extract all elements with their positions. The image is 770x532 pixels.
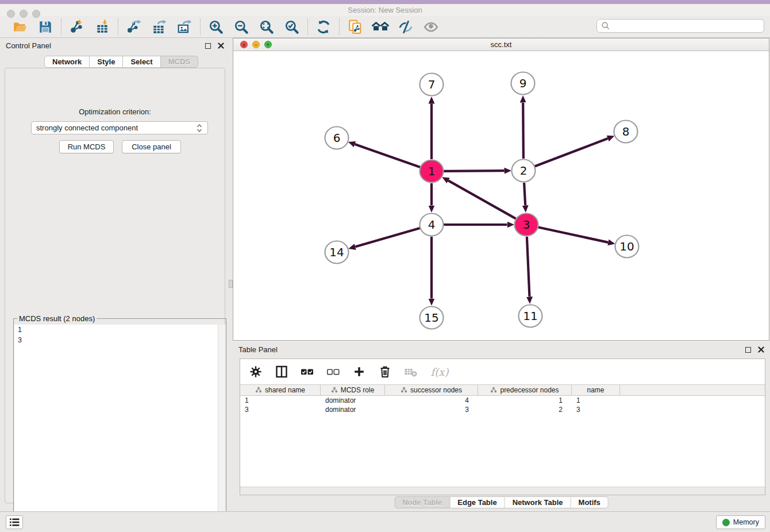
graph-node-3[interactable]: 3 — [515, 214, 538, 236]
svg-text:9: 9 — [519, 76, 527, 90]
tab-select[interactable]: Select — [123, 56, 160, 68]
show-details-icon[interactable] — [422, 18, 440, 36]
float-table-panel-icon[interactable] — [745, 347, 751, 353]
import-table-icon[interactable] — [94, 18, 111, 36]
save-session-icon[interactable] — [37, 18, 54, 36]
export-image-icon[interactable] — [176, 18, 193, 36]
column-header-MCDS-role[interactable]: MCDS role — [321, 385, 385, 395]
column-header-name[interactable]: name — [572, 385, 620, 395]
delete-row-icon[interactable] — [378, 364, 392, 379]
column-header-successor-nodes[interactable]: successor nodes — [385, 385, 478, 395]
deselect-all-icon[interactable] — [326, 364, 341, 379]
zoom-selected-icon[interactable] — [283, 18, 301, 36]
edge-3-11[interactable] — [527, 237, 530, 297]
network-minimize-icon[interactable]: − — [252, 41, 260, 48]
close-table-panel-icon[interactable] — [758, 346, 764, 353]
table-row[interactable]: 3dominator323 — [240, 405, 765, 414]
zoom-in-icon[interactable] — [207, 18, 225, 36]
task-history-button[interactable] — [6, 515, 23, 529]
edge-1-2[interactable] — [444, 171, 505, 171]
table-cell[interactable]: dominator — [321, 406, 385, 414]
graph-node-1[interactable]: 1 — [420, 160, 444, 183]
table-cell[interactable]: 3 — [240, 406, 321, 414]
edge-1-6[interactable] — [355, 144, 421, 167]
edge-2-8[interactable] — [535, 138, 608, 167]
edge-3-10[interactable] — [538, 228, 609, 242]
graph-node-7[interactable]: 7 — [420, 74, 444, 96]
svg-text:4: 4 — [428, 218, 436, 232]
duplicate-network-icon[interactable] — [346, 18, 364, 36]
graph-node-11[interactable]: 11 — [519, 305, 542, 327]
export-network-icon[interactable] — [125, 18, 143, 36]
column-header-predecessor-nodes[interactable]: predecessor nodes — [478, 385, 572, 395]
table-cell[interactable]: 2 — [478, 406, 572, 414]
tab-node-table[interactable]: Node Table — [394, 496, 450, 508]
gear-icon[interactable] — [248, 364, 263, 379]
table-cell[interactable]: 1 — [572, 396, 620, 404]
table-cell[interactable]: dominator — [321, 396, 385, 404]
svg-text:1: 1 — [428, 164, 436, 178]
criterion-dropdown[interactable]: strongly connected component — [31, 121, 208, 134]
control-panel-header: Control Panel — [0, 38, 230, 53]
table-hscrollbar[interactable] — [240, 487, 765, 495]
tab-network[interactable]: Network — [44, 56, 90, 68]
tab-edge-table[interactable]: Edge Table — [450, 496, 505, 508]
import-network-icon[interactable] — [68, 18, 86, 36]
tab-network-table[interactable]: Network Table — [505, 496, 571, 508]
table-cell[interactable]: 1 — [478, 396, 572, 404]
network-window-titlebar[interactable]: x − + scc.txt — [233, 38, 769, 51]
tab-mcds[interactable]: MCDS — [161, 56, 198, 68]
float-panel-icon[interactable] — [205, 43, 211, 49]
zoom-fit-icon[interactable] — [258, 18, 275, 36]
vertical-splitter-grip[interactable] — [229, 280, 233, 288]
table-panel-title: Table Panel — [238, 345, 745, 354]
search-input[interactable] — [596, 19, 764, 33]
columns-icon[interactable] — [274, 364, 289, 379]
graph-node-14[interactable]: 14 — [325, 241, 349, 264]
table-row[interactable]: 1dominator411 — [240, 396, 765, 405]
graph-node-15[interactable]: 15 — [420, 307, 444, 329]
table-cell[interactable]: 4 — [385, 396, 478, 404]
control-panel-tabs: NetworkStyleSelectMCDS — [44, 56, 198, 68]
export-table-icon[interactable] — [151, 18, 168, 36]
graph-node-10[interactable]: 10 — [615, 236, 639, 258]
network-close-icon[interactable]: x — [240, 41, 248, 48]
table-cell[interactable]: 1 — [240, 396, 321, 404]
edge-2-9[interactable] — [523, 103, 523, 159]
mcds-result-textarea[interactable]: 13 — [14, 325, 225, 528]
edge-3-1[interactable] — [448, 180, 516, 218]
edge-4-14[interactable] — [355, 228, 420, 247]
run-mcds-button[interactable]: Run MCDS — [59, 140, 114, 153]
table-cell[interactable]: 3 — [572, 406, 620, 414]
graph-node-4[interactable]: 4 — [420, 214, 444, 236]
home-icon[interactable] — [372, 18, 389, 36]
tab-motifs[interactable]: Motifs — [571, 496, 609, 508]
graph-node-6[interactable]: 6 — [325, 127, 349, 149]
application-window: Session: New Session Control Panel Netwo… — [0, 0, 770, 532]
tab-style[interactable]: Style — [90, 56, 123, 68]
open-session-icon[interactable] — [11, 18, 29, 36]
column-type-icon — [331, 387, 338, 394]
close-panel-label: Close panel — [132, 142, 171, 151]
graph-node-2[interactable]: 2 — [512, 160, 536, 182]
close-panel-button[interactable]: Close panel — [122, 140, 181, 153]
graph-node-8[interactable]: 8 — [614, 121, 638, 143]
memory-button[interactable]: Memory — [716, 515, 765, 529]
function-icon: f(x) — [429, 364, 450, 379]
table-cell[interactable]: 3 — [385, 406, 478, 414]
edge-2-3[interactable] — [524, 183, 525, 206]
network-canvas[interactable]: 7968124314101511 — [233, 51, 769, 340]
column-header-shared-name[interactable]: shared name — [240, 385, 321, 395]
hide-details-icon[interactable] — [397, 18, 414, 36]
network-maximize-icon[interactable]: + — [264, 41, 272, 48]
select-all-icon[interactable] — [300, 364, 315, 379]
result-scrollbar[interactable] — [218, 325, 225, 528]
column-label: successor nodes — [410, 386, 462, 394]
control-panel-title: Control Panel — [6, 41, 205, 50]
dropdown-stepper-icon — [196, 124, 203, 133]
graph-node-9[interactable]: 9 — [511, 72, 535, 95]
close-panel-icon[interactable] — [218, 43, 224, 49]
refresh-network-icon[interactable] — [315, 18, 332, 36]
zoom-out-icon[interactable] — [233, 18, 250, 36]
add-row-icon[interactable] — [352, 364, 367, 379]
